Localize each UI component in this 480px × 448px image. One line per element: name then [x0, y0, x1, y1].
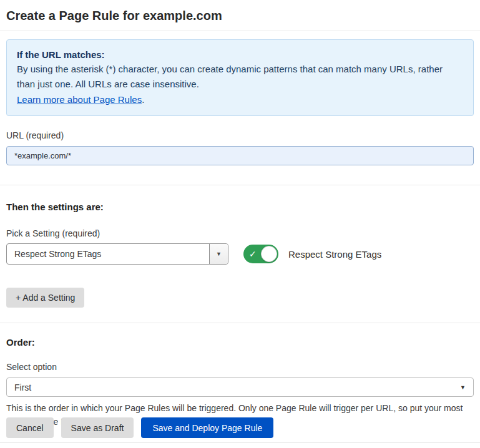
- save-deploy-button[interactable]: Save and Deploy Page Rule: [141, 417, 273, 438]
- divider: [0, 323, 480, 323]
- divider: [0, 442, 480, 443]
- etags-toggle[interactable]: ✓: [243, 245, 278, 263]
- pick-setting-label: Pick a Setting (required): [6, 228, 474, 238]
- url-label: URL (required): [6, 130, 474, 140]
- add-setting-button[interactable]: + Add a Setting: [6, 288, 84, 308]
- order-select-label: Select option: [6, 362, 474, 372]
- learn-more-link[interactable]: Learn more about Page Rules: [17, 94, 142, 105]
- order-heading: Order:: [6, 337, 474, 348]
- toggle-knob: [261, 246, 277, 262]
- info-body: By using the asterisk (*) character, you…: [17, 62, 463, 91]
- setting-row: Respect Strong ETags ▼ ✓ Respect Strong …: [6, 243, 474, 265]
- page-title: Create a Page Rule for example.com: [6, 5, 474, 31]
- order-select[interactable]: First ▼: [6, 377, 474, 397]
- settings-heading: Then the settings are:: [6, 202, 474, 212]
- check-icon: ✓: [249, 250, 257, 258]
- toggle-wrap: ✓ Respect Strong ETags: [243, 245, 381, 263]
- footer-actions: Cancel Save as Draft Save and Deploy Pag…: [6, 417, 273, 438]
- setting-select[interactable]: Respect Strong ETags ▼: [6, 243, 228, 265]
- url-input[interactable]: [6, 146, 474, 165]
- order-select-value: First: [14, 382, 31, 392]
- save-draft-button[interactable]: Save as Draft: [61, 417, 134, 438]
- divider: [0, 185, 480, 185]
- info-link-line: Learn more about Page Rules.: [17, 92, 463, 107]
- info-heading: If the URL matches:: [17, 47, 463, 62]
- divider: [0, 31, 480, 31]
- toggle-label: Respect Strong ETags: [288, 249, 381, 260]
- chevron-down-icon: ▼: [460, 384, 466, 391]
- url-match-info-box: If the URL matches: By using the asteris…: [6, 39, 474, 116]
- page-rule-form: Create a Page Rule for example.com If th…: [0, 0, 480, 443]
- chevron-down-icon[interactable]: ▼: [209, 244, 228, 264]
- cancel-button[interactable]: Cancel: [6, 417, 54, 438]
- link-suffix: .: [142, 94, 144, 105]
- setting-select-value: Respect Strong ETags: [7, 244, 209, 264]
